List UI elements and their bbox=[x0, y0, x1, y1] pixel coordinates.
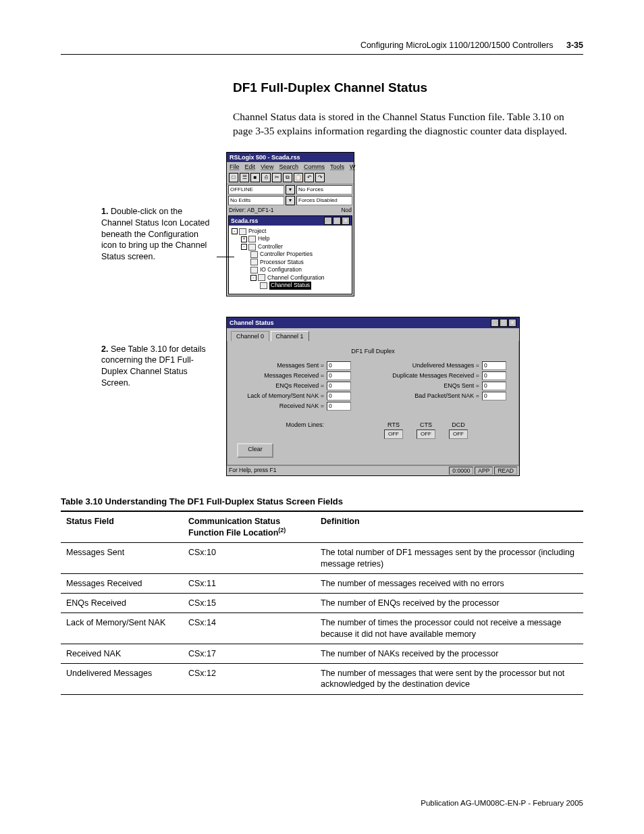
col-status-field: Status Field bbox=[61, 511, 183, 543]
menu-edit[interactable]: Edit bbox=[245, 163, 256, 170]
tb-copy-icon[interactable]: ⧉ bbox=[283, 173, 292, 182]
tb-redo-icon[interactable]: ↷ bbox=[315, 173, 325, 182]
offline-field[interactable]: OFFLINE bbox=[228, 185, 284, 194]
tree-chancfg[interactable]: Channel Configuration bbox=[267, 274, 325, 281]
dcd-value: OFF bbox=[449, 429, 468, 439]
tree-controller[interactable]: Controller bbox=[258, 243, 283, 250]
header-title: Configuring MicroLogix 1100/1200/1500 Co… bbox=[360, 41, 554, 50]
statusbar-app: APP bbox=[475, 467, 493, 475]
cell-def: The number of ENQs received by the proce… bbox=[315, 594, 583, 613]
channel-status-window: Channel Status _ □ × Channel 0 Channel 1… bbox=[226, 317, 520, 476]
panel-title: DF1 Full Duplex bbox=[233, 348, 513, 355]
expander-icon[interactable]: - bbox=[232, 228, 238, 234]
lbl-enq-sent: ENQs Sent = bbox=[378, 382, 479, 389]
menu-view[interactable]: View bbox=[261, 163, 273, 170]
noedits-field[interactable]: No Edits bbox=[228, 196, 284, 205]
cell-loc: CSx:10 bbox=[183, 543, 315, 574]
definition-table: Status Field Communication Status Functi… bbox=[61, 511, 583, 695]
val-lackmem: 0 bbox=[327, 392, 351, 400]
channel-icon bbox=[258, 274, 265, 281]
menu-more[interactable]: W bbox=[350, 163, 356, 170]
expander-icon[interactable]: - bbox=[250, 275, 257, 281]
expander-icon[interactable]: + bbox=[241, 236, 247, 242]
val-msgs-recv: 0 bbox=[327, 371, 351, 380]
menu-file[interactable]: File bbox=[230, 163, 240, 170]
modem-label: Modem Lines: bbox=[240, 421, 324, 428]
driver-right: Nod bbox=[341, 207, 352, 213]
min-icon[interactable]: _ bbox=[491, 319, 499, 327]
menu-search[interactable]: Search bbox=[279, 163, 298, 170]
tb-print-icon[interactable]: ⎙ bbox=[261, 173, 271, 182]
tree-chanstat[interactable]: Channel Status bbox=[269, 282, 311, 289]
statusbar-counter: 0:0000 bbox=[449, 467, 473, 475]
page-number: 3-35 bbox=[566, 41, 583, 50]
close-icon[interactable]: × bbox=[342, 217, 350, 225]
tree-help[interactable]: Help bbox=[258, 235, 269, 242]
step-1-number: 1. bbox=[101, 207, 108, 216]
forcesdisabled-field[interactable]: Forces Disabled bbox=[296, 196, 352, 205]
expander-icon[interactable]: - bbox=[241, 244, 247, 250]
toolbar[interactable]: □ ☰ ■ ⎙ ✂ ⧉ 📋 ↶ ↷ bbox=[227, 172, 354, 184]
max-icon[interactable]: □ bbox=[500, 319, 508, 327]
cell-def: The number of messages that were sent by… bbox=[315, 664, 583, 695]
tree-props[interactable]: Controller Properties bbox=[260, 251, 313, 257]
lbl-lackmem: Lack of Memory/Sent NAK = bbox=[240, 392, 324, 399]
cell-field: Undelivered Messages bbox=[61, 664, 183, 695]
max-icon[interactable]: □ bbox=[333, 217, 341, 225]
lbl-recv-nak: Received NAK = bbox=[240, 402, 324, 409]
col-comm-status-l2: Function File Location bbox=[188, 528, 278, 538]
dd2-icon[interactable]: ▾ bbox=[286, 196, 295, 205]
project-subwindow: Scada.rss _ □ × -Project +Help -Controll… bbox=[228, 215, 352, 294]
cell-field: Received NAK bbox=[61, 644, 183, 663]
tb-open-icon[interactable]: ☰ bbox=[240, 173, 249, 182]
menu-comms[interactable]: Comms bbox=[304, 163, 325, 170]
cts-label: CTS bbox=[420, 421, 432, 428]
tree-project[interactable]: Project bbox=[248, 228, 266, 234]
menubar[interactable]: File Edit View Search Comms Tools W bbox=[227, 162, 354, 172]
cell-field: Messages Sent bbox=[61, 543, 183, 574]
step-1-body: Double-click on the Channel Status Icon … bbox=[101, 207, 210, 262]
dd1-icon[interactable]: ▾ bbox=[286, 185, 295, 194]
tree-proc[interactable]: Processor Status bbox=[260, 259, 304, 265]
lbl-badpkt: Bad Packet/Sent NAK = bbox=[378, 392, 479, 399]
rslogix-titlebar: RSLogix 500 - Scada.rss bbox=[227, 153, 354, 162]
subwin-title: Scada.rss bbox=[231, 217, 258, 224]
lbl-enq-recv: ENQs Received = bbox=[240, 382, 324, 389]
lbl-msgs-sent: Messages Sent = bbox=[240, 362, 324, 369]
rts-value: OFF bbox=[384, 429, 403, 439]
tab-channel-0[interactable]: Channel 0 bbox=[231, 331, 269, 341]
project-tree[interactable]: -Project +Help -Controller Controller Pr… bbox=[229, 226, 352, 294]
cell-loc: CSx:17 bbox=[183, 644, 315, 663]
menu-tools[interactable]: Tools bbox=[330, 163, 344, 170]
cell-def: The number of messages received with no … bbox=[315, 573, 583, 593]
min-icon[interactable]: _ bbox=[324, 217, 332, 225]
driver-line: Driver: AB_DF1-1 Nod bbox=[227, 206, 354, 214]
val-undel: 0 bbox=[482, 361, 506, 370]
close-icon[interactable]: × bbox=[508, 319, 516, 327]
lbl-msgs-recv: Messages Received = bbox=[240, 372, 324, 379]
cell-loc: CSx:11 bbox=[183, 573, 315, 593]
tab-channel-1[interactable]: Channel 1 bbox=[271, 331, 309, 341]
rts-label: RTS bbox=[387, 421, 400, 428]
statusbar-help: For Help, press F1 bbox=[229, 467, 276, 475]
tb-paste-icon[interactable]: 📋 bbox=[294, 173, 303, 182]
cell-def: The total number of DF1 messages sent by… bbox=[315, 543, 583, 574]
tabs[interactable]: Channel 0 Channel 1 bbox=[227, 328, 519, 341]
folder-icon bbox=[239, 228, 246, 235]
tree-io[interactable]: IO Configuration bbox=[260, 266, 302, 273]
tb-save-icon[interactable]: ■ bbox=[250, 173, 260, 182]
cell-field: Lack of Memory/Sent NAK bbox=[61, 613, 183, 644]
section-paragraph: Channel Status data is stored in the Cha… bbox=[233, 110, 583, 138]
cell-def: The number of NAKs received by the proce… bbox=[315, 644, 583, 663]
noforces-field[interactable]: No Forces bbox=[296, 185, 352, 194]
driver-label: Driver: AB_DF1-1 bbox=[229, 207, 274, 213]
tb-undo-icon[interactable]: ↶ bbox=[304, 173, 314, 182]
cell-field: ENQs Received bbox=[61, 594, 183, 613]
clear-button[interactable]: Clear bbox=[237, 443, 273, 458]
tb-cut-icon[interactable]: ✂ bbox=[272, 173, 281, 182]
tb-new-icon[interactable]: □ bbox=[229, 173, 238, 182]
cs-title: Channel Status bbox=[230, 319, 274, 326]
cell-def: The number of times the processor could … bbox=[315, 613, 583, 644]
folder-icon bbox=[248, 236, 256, 242]
dcd-label: DCD bbox=[452, 421, 465, 428]
